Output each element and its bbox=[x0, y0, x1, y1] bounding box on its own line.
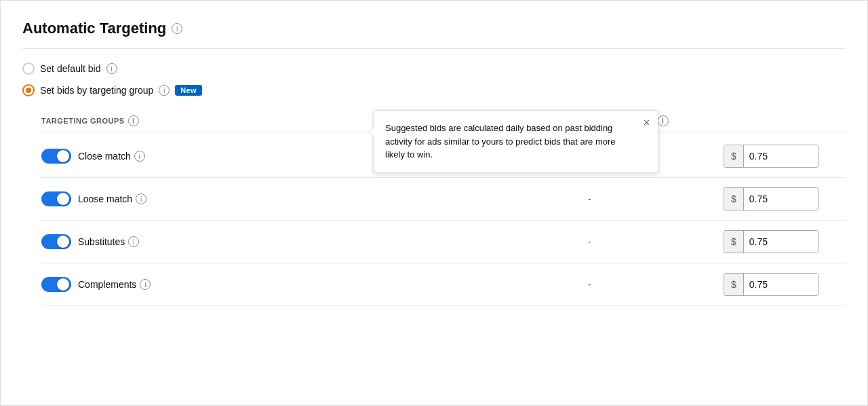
radio-option-default-bid[interactable]: Set default bid i bbox=[22, 62, 846, 75]
row-close-match-bid: $ bbox=[724, 145, 846, 168]
targeting-table: TARGETING GROUPS i SUGGESTED BID i Sugge… bbox=[41, 110, 846, 306]
row-substitutes-left: Substitutes i bbox=[41, 234, 588, 249]
new-badge: New bbox=[175, 85, 202, 96]
row-loose-match-label: Loose match i bbox=[78, 193, 146, 204]
tooltip-popup: Suggested bids are calculated daily base… bbox=[374, 110, 658, 173]
toggle-loose-match[interactable] bbox=[41, 191, 71, 206]
row-close-match-label: Close match i bbox=[78, 151, 145, 162]
radio-default-bid-label: Set default bid bbox=[40, 63, 101, 74]
row-substitutes-suggested: - bbox=[588, 236, 724, 247]
tooltip-arrow bbox=[369, 127, 374, 136]
toggle-close-match[interactable] bbox=[41, 149, 71, 164]
row-complements-info-icon[interactable]: i bbox=[140, 279, 151, 290]
radio-group: Set default bid i Set bids by targeting … bbox=[22, 62, 846, 96]
bid-currency-substitutes: $ bbox=[724, 231, 744, 253]
page-container: Automatic Targeting i Set default bid i … bbox=[0, 0, 868, 406]
bid-value-substitutes[interactable] bbox=[744, 231, 818, 253]
row-loose-match-bid: $ bbox=[724, 187, 846, 210]
row-close-match-info-icon[interactable]: i bbox=[134, 151, 145, 162]
row-loose-match-info-icon[interactable]: i bbox=[136, 193, 146, 204]
bid-input-complements: $ bbox=[724, 273, 818, 296]
bid-currency-close-match: $ bbox=[724, 145, 744, 167]
bid-value-loose-match[interactable] bbox=[744, 188, 818, 210]
bid-value-complements[interactable] bbox=[744, 274, 818, 295]
row-substitutes-bid: $ bbox=[724, 230, 846, 253]
tooltip-text: Suggested bids are calculated daily base… bbox=[385, 123, 616, 160]
row-loose-match-left: Loose match i bbox=[41, 191, 588, 206]
bid-input-close-match: $ bbox=[724, 145, 818, 168]
radio-default-bid[interactable] bbox=[22, 62, 35, 75]
row-complements-label: Complements i bbox=[78, 279, 151, 290]
bid-currency-complements: $ bbox=[724, 274, 744, 295]
bid-input-loose-match: $ bbox=[724, 187, 818, 210]
row-loose-match-suggested: - bbox=[588, 193, 724, 204]
title-row: Automatic Targeting i bbox=[22, 20, 846, 49]
col-targeting-groups-info-icon[interactable]: i bbox=[128, 115, 139, 126]
table-row-substitutes: Substitutes i - $ bbox=[41, 221, 846, 263]
row-substitutes-label: Substitutes i bbox=[78, 236, 139, 247]
table-row-complements: Complements i - $ bbox=[41, 263, 846, 306]
radio-bids-by-group[interactable] bbox=[22, 84, 35, 96]
row-complements-bid: $ bbox=[724, 273, 846, 296]
row-complements-suggested: - bbox=[588, 279, 724, 290]
tooltip-close-button[interactable]: × bbox=[644, 117, 650, 128]
col-targeting-groups-label: TARGETING GROUPS bbox=[41, 117, 125, 125]
page-title-info-icon[interactable]: i bbox=[172, 23, 182, 34]
bid-input-substitutes: $ bbox=[724, 230, 818, 253]
table-row-loose-match: Loose match i - $ bbox=[41, 178, 846, 221]
toggle-substitutes[interactable] bbox=[41, 234, 71, 249]
col-suggested-bid-info-icon[interactable]: i bbox=[658, 115, 669, 126]
toggle-complements[interactable] bbox=[41, 277, 71, 292]
row-substitutes-info-icon[interactable]: i bbox=[128, 236, 139, 247]
bid-currency-loose-match: $ bbox=[724, 188, 744, 210]
radio-default-bid-info-icon[interactable]: i bbox=[106, 63, 117, 74]
bid-value-close-match[interactable] bbox=[744, 145, 818, 167]
row-complements-left: Complements i bbox=[41, 277, 588, 292]
page-title: Automatic Targeting bbox=[22, 20, 166, 37]
radio-bids-by-group-label: Set bids by targeting group bbox=[40, 85, 153, 96]
radio-bids-by-group-info-icon[interactable]: i bbox=[159, 85, 170, 96]
radio-option-bids-by-group[interactable]: Set bids by targeting group i New bbox=[22, 84, 846, 96]
